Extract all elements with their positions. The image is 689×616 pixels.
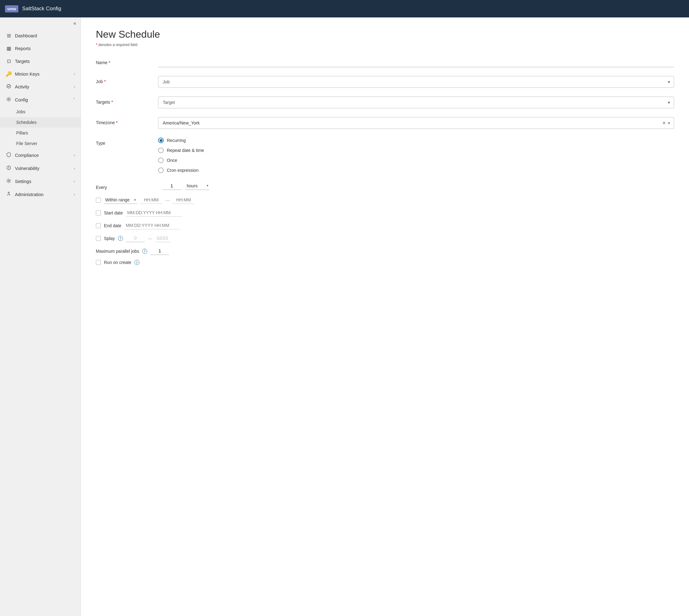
sidebar-item-minion-keys[interactable]: 🔑 Minion Keys › <box>0 68 81 80</box>
within-range-checkbox[interactable] <box>96 198 101 203</box>
sidebar: « ⊞ Dashboard ▦ Reports ⊡ Targets 🔑 Mini… <box>0 18 81 616</box>
name-row: Name * <box>96 57 674 67</box>
administration-icon <box>6 192 12 198</box>
sidebar-item-label: Vulnerability <box>15 166 39 171</box>
type-radio-group: Recurring Repeat date & time Once Cron e… <box>158 137 674 173</box>
name-label: Name * <box>96 57 158 65</box>
settings-icon <box>6 178 12 184</box>
sidebar-sub-item-schedules[interactable]: Schedules <box>0 117 81 128</box>
timezone-actions: ✕ ▾ <box>662 120 674 126</box>
run-on-create-info-icon[interactable]: i <box>134 260 139 265</box>
max-parallel-label: Maximum parallel jobs <box>96 249 139 254</box>
every-row: Every hours minutes days weeks months ▾ <box>96 182 674 190</box>
sidebar-item-activity[interactable]: Activity › <box>0 80 81 93</box>
sidebar-sub-item-jobs[interactable]: Jobs <box>0 107 81 117</box>
required-star: * <box>96 43 97 47</box>
max-parallel-row: Maximum parallel jobs i <box>96 247 674 255</box>
name-input[interactable] <box>158 57 674 67</box>
sidebar-item-label: Activity <box>15 84 29 89</box>
type-label: Type <box>96 137 158 146</box>
targets-select[interactable]: Target <box>158 97 674 108</box>
within-range-row: Within range ▾ — <box>96 196 674 204</box>
main-layout: « ⊞ Dashboard ▦ Reports ⊡ Targets 🔑 Mini… <box>0 18 689 616</box>
chevron-right-icon: › <box>74 72 75 76</box>
radio-once[interactable] <box>158 157 164 163</box>
sidebar-item-vulnerability[interactable]: Vulnerability › <box>0 162 81 175</box>
chevron-right-icon: › <box>74 192 75 197</box>
every-value-input[interactable] <box>162 182 181 190</box>
radio-recurring[interactable] <box>158 137 164 143</box>
vmw-logo: vmw <box>5 5 18 13</box>
sidebar-item-config[interactable]: Config ˅ <box>0 93 81 107</box>
type-control: Recurring Repeat date & time Once Cron e… <box>158 137 674 173</box>
top-header: vmw SaltStack Config <box>0 0 689 18</box>
type-once-option[interactable]: Once <box>158 157 674 163</box>
start-date-checkbox[interactable] <box>96 211 101 215</box>
within-range-end-input[interactable] <box>173 196 195 204</box>
every-unit-wrap: hours minutes days weeks months ▾ <box>185 182 209 190</box>
end-date-checkbox[interactable] <box>96 223 101 228</box>
max-parallel-input[interactable] <box>150 247 169 255</box>
compliance-icon <box>6 152 12 158</box>
chevron-right-icon: › <box>74 166 75 171</box>
end-date-input[interactable] <box>125 222 180 229</box>
run-on-create-checkbox[interactable] <box>96 260 101 265</box>
end-date-label: End date <box>104 223 121 228</box>
splay-label: Splay <box>104 236 115 241</box>
clear-icon[interactable]: ✕ <box>662 120 666 126</box>
run-on-create-row: Run on create i <box>96 260 674 265</box>
max-parallel-info-icon[interactable]: i <box>142 249 147 254</box>
sidebar-sub-item-pillars[interactable]: Pillars <box>0 128 81 138</box>
within-range-start-input[interactable] <box>140 196 162 204</box>
chevron-down-icon: ▾ <box>668 120 670 126</box>
splay-row: Splay i — SSSS <box>96 235 674 242</box>
sidebar-item-targets[interactable]: ⊡ Targets <box>0 55 81 68</box>
job-select[interactable]: Job <box>158 76 674 87</box>
sidebar-item-compliance[interactable]: Compliance › <box>0 149 81 162</box>
svg-point-5 <box>8 180 10 182</box>
targets-icon: ⊡ <box>6 58 12 64</box>
job-label: Job * <box>96 76 158 84</box>
start-date-row: Start date <box>96 209 674 217</box>
chevron-right-icon: › <box>74 85 75 89</box>
sidebar-item-dashboard[interactable]: ⊞ Dashboard <box>0 29 81 42</box>
type-cron-option[interactable]: Cron expression <box>158 168 674 173</box>
splay-checkbox[interactable] <box>96 236 101 241</box>
start-date-label: Start date <box>104 211 123 215</box>
radio-cron[interactable] <box>158 168 164 173</box>
collapse-icon[interactable]: « <box>73 21 76 26</box>
config-icon <box>6 97 12 103</box>
targets-label: Targets * <box>96 96 158 105</box>
sidebar-item-label: Settings <box>15 179 31 184</box>
within-range-select-wrap: Within range ▾ <box>104 196 137 204</box>
sidebar-item-reports[interactable]: ▦ Reports <box>0 42 81 55</box>
splay-unit: SSSS <box>155 235 171 242</box>
run-on-create-label: Run on create <box>104 260 131 265</box>
within-range-select[interactable]: Within range <box>104 196 137 204</box>
app-title: SaltStack Config <box>22 6 61 12</box>
job-row: Job * Job ▾ <box>96 76 674 88</box>
sidebar-item-settings[interactable]: Settings › <box>0 175 81 188</box>
sidebar-item-label: Reports <box>15 46 31 51</box>
timezone-row: Timezone * America/New_York UTC America/… <box>96 117 674 129</box>
sidebar-collapse-button[interactable]: « <box>0 18 81 29</box>
job-control: Job ▾ <box>158 76 674 88</box>
sidebar-item-label: Targets <box>15 59 30 64</box>
radio-repeat[interactable] <box>158 148 164 153</box>
dashboard-icon: ⊞ <box>6 33 12 39</box>
job-select-wrap: Job ▾ <box>158 76 674 88</box>
splay-value-input[interactable] <box>126 235 145 242</box>
start-date-input[interactable] <box>126 209 182 217</box>
svg-point-1 <box>8 99 10 100</box>
type-recurring-option[interactable]: Recurring <box>158 137 674 143</box>
chevron-down-icon: ˅ <box>73 98 75 102</box>
chevron-right-icon: › <box>74 153 75 157</box>
timezone-select[interactable]: America/New_York UTC America/Los_Angeles… <box>158 117 662 129</box>
type-row: Type Recurring Repeat date & time Once <box>96 137 674 173</box>
every-unit-select[interactable]: hours minutes days weeks months <box>185 182 209 190</box>
sidebar-sub-item-file-server[interactable]: File Server <box>0 138 81 149</box>
within-range-wrap: Within range ▾ — <box>104 196 195 204</box>
sidebar-item-administration[interactable]: Administration › <box>0 188 81 201</box>
splay-info-icon[interactable]: i <box>118 236 123 241</box>
type-repeat-option[interactable]: Repeat date & time <box>158 148 674 153</box>
